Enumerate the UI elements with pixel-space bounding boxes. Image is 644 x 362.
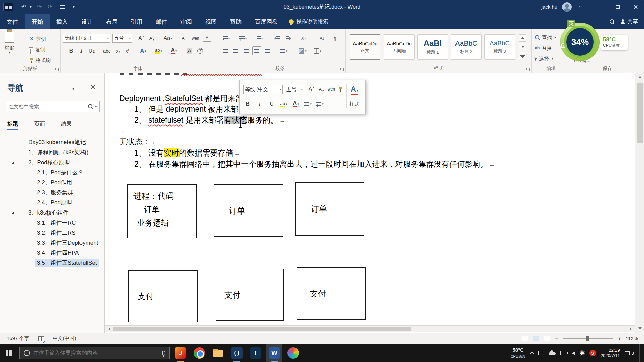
underline-button[interactable]: U▾ [87,46,96,55]
styles-gallery-more-button[interactable] [519,52,526,59]
tab-insert[interactable]: 插入 [50,14,74,29]
shape-box-process[interactable]: 进程：代码 订单 业务逻辑 [127,184,197,238]
account-name[interactable]: jack hu [541,0,557,14]
scroll-right-button[interactable] [626,326,635,333]
multilevel-list-button[interactable]: ▾ [255,34,264,43]
shape-box-pay[interactable]: 支付 [216,269,284,321]
tray-battery-icon[interactable] [560,351,567,355]
repeat-icon[interactable]: ⟳ [46,0,54,14]
mini-bullets-button[interactable]: ▾ [304,100,312,108]
find-button[interactable]: 查找▾ [535,33,556,42]
zoom-level[interactable]: 112% [626,336,638,341]
read-mode-button[interactable] [522,336,528,341]
tree-item[interactable]: 2.1、Pod是什么？ [0,168,105,178]
clipboard-dialog-launcher[interactable] [55,68,59,71]
superscript-button[interactable]: x² [123,46,132,55]
shape-box-pay[interactable]: 支付 [297,267,366,320]
tree-item[interactable]: 3、k8s核心组件 [0,208,105,218]
distribute-button[interactable] [263,46,272,55]
action-center-button[interactable]: 3 [625,351,634,356]
collapse-triangle-icon[interactable] [11,211,14,214]
tree-item[interactable]: 1、课程回顾（k8s架构） [0,147,105,158]
tree-item[interactable]: 3.1、组件一RC [0,218,105,228]
subscript-button[interactable]: x₂ [114,46,123,55]
phonetic-guide-button[interactable]: wén [191,34,200,43]
style-heading2[interactable]: AaBbC 标题 2 [451,34,482,60]
mini-font-size-combo[interactable]: 五号▾ [285,85,304,94]
line-spacing-button[interactable]: ▾ [279,46,288,55]
vertical-scrollbar[interactable] [635,73,644,333]
paste-button[interactable]: 粘贴 ▾ [0,29,19,58]
styles-dialog-launcher[interactable] [526,68,530,71]
nav-search-caret-icon[interactable]: ▾ [95,105,97,108]
tray-expand-chevron-icon[interactable] [530,351,534,356]
scroll-left-button[interactable] [105,326,114,333]
align-center-button[interactable] [231,46,240,55]
undo-caret-icon[interactable]: ▾ [28,0,33,14]
zoom-in-button[interactable]: + [618,336,621,341]
decrease-indent-button[interactable] [273,34,282,43]
document-page[interactable]: Deployment ,StatefulSet 都是用来部署 1、 但是 dep… [105,73,635,333]
tab-view[interactable]: 视图 [199,14,223,29]
spellcheck-icon[interactable] [38,336,44,341]
mini-underline-button[interactable]: U [267,100,276,108]
align-left-button[interactable] [221,46,230,55]
tray-clock[interactable]: 22:192020/7/11 [601,348,620,359]
line-spacing-icon[interactable] [58,5,66,9]
tray-cpu-temp[interactable]: 58°CCPU温度 [511,347,526,359]
style-normal[interactable]: AaBbCcDc 正文 [350,34,380,60]
copy-button[interactable]: 复制 [29,46,45,54]
tree-item[interactable]: Day03 kubernetes笔记 [0,137,105,147]
nav-tab-results[interactable]: 结果 [61,121,72,130]
styles-scroll-down-button[interactable] [519,43,526,50]
tree-item-selected[interactable]: 3.5、组件五StatefullSet [0,258,105,268]
vertical-scroll-thumb[interactable] [637,83,643,143]
numbering-button[interactable]: ▾ [238,34,248,43]
mini-grow-font-button[interactable]: A▴ [307,85,316,94]
temp-tag[interactable]: 58°C CPU温度 [600,35,628,50]
replace-button[interactable]: ab替换 [535,44,552,52]
maximize-button[interactable] [610,0,625,14]
bold-button[interactable]: B [67,46,76,55]
mini-highlight-button[interactable]: ab▾ [279,100,288,108]
tray-monitor-icon[interactable] [538,351,544,355]
mini-format-painter-button[interactable] [336,85,345,94]
tree-item[interactable]: 2.3、服务集群 [0,188,105,198]
nav-options-caret-icon[interactable]: ▾ [72,86,74,91]
zoom-slider[interactable] [563,338,613,339]
shape-box-order[interactable]: 订单 [295,182,364,236]
mini-styles-button[interactable]: A▾ [351,85,358,95]
avatar[interactable] [562,2,572,12]
zoom-slider-thumb[interactable] [586,336,589,341]
sort-button[interactable]: A↓ [318,34,327,43]
clear-formatting-button[interactable]: A [179,34,188,43]
scroll-down-button[interactable] [635,324,644,333]
taskbar-app-code[interactable]: ( ) [229,344,245,362]
nav-search-input[interactable] [9,101,79,112]
shape-box-order[interactable]: 订单 [214,184,283,237]
tray-cloud-icon[interactable] [549,352,556,355]
font-name-combo[interactable]: 等线 (中文正▾ [63,34,110,43]
font-color-button[interactable]: A▾ [169,46,178,55]
usage-gauge[interactable]: 34% [564,26,596,58]
change-case-button[interactable]: Aa▾ [163,34,172,43]
justify-button[interactable] [252,46,261,55]
tab-mailings[interactable]: 邮件 [149,14,174,29]
tell-me-box[interactable]: 操作说明搜索 [289,14,328,29]
collapse-triangle-icon[interactable] [11,161,14,164]
start-button[interactable] [0,344,17,362]
word-count[interactable]: 1697 个字 [7,335,30,342]
font-dialog-launcher[interactable] [209,68,213,71]
tree-item[interactable]: 2.2、Pod作用 [0,178,105,188]
shrink-font-button[interactable]: A▾ [147,34,156,43]
zoom-out-button[interactable]: − [555,336,558,341]
tree-item[interactable]: 2.4、Pod原理 [0,198,105,208]
tab-home[interactable]: 开始 [25,14,50,29]
paragraph-dialog-launcher[interactable] [340,68,344,71]
taskbar-app-word[interactable]: W [266,344,282,362]
shading-button[interactable]: ▾ [298,46,307,55]
qat-customize-caret-icon[interactable]: ▾ [71,0,76,14]
grow-font-button[interactable]: A▴ [137,34,146,43]
highlight-color-button[interactable]: ab▾ [154,46,163,55]
mini-numbering-button[interactable]: ▾ [316,100,324,108]
